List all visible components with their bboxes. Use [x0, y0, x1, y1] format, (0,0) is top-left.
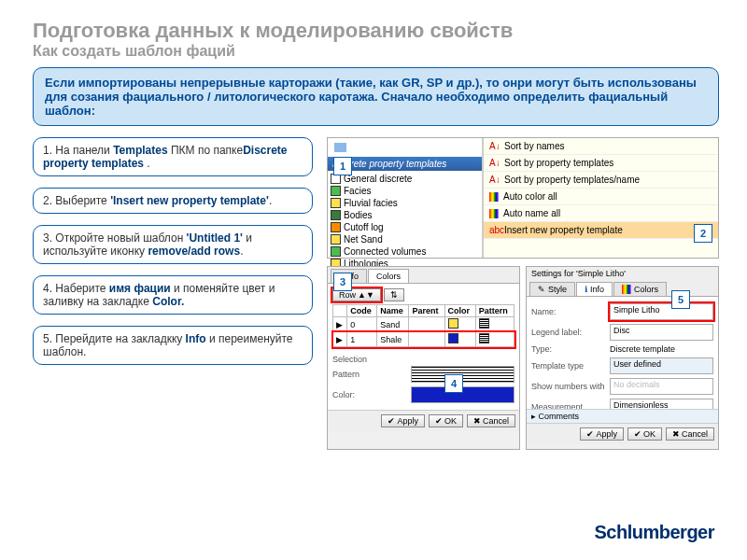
callout-2: 2 [694, 224, 712, 243]
menu-item[interactable]: A↓Sort by names [484, 138, 718, 155]
tree-item[interactable]: Fluvial facies [331, 197, 479, 209]
folder-icon [334, 143, 346, 152]
brand-logo: Schlumberger [595, 522, 714, 543]
callout-3: 3 [333, 273, 352, 291]
step-4: 4. Наберите имя фации и поменяйте цвет и… [33, 275, 313, 315]
rainbow-icon [622, 285, 631, 294]
page-subtitle: Как создать шаблон фаций [33, 43, 719, 60]
ok-button-2[interactable]: ✔ OK [627, 427, 662, 441]
callout-1: 1 [333, 157, 352, 175]
swatch-icon [331, 246, 341, 257]
ok-button[interactable]: ✔ OK [429, 414, 463, 427]
menu-item[interactable]: Auto color all [484, 189, 718, 205]
dialog-title: Settings for 'Simple Litho' [527, 267, 718, 280]
comments-section[interactable]: ▸ Comments [527, 409, 718, 423]
tree-item[interactable]: Connected volumes [331, 245, 479, 258]
apply-button[interactable]: ✔ Apply [381, 414, 425, 427]
menu-item[interactable]: Auto name all [484, 205, 718, 222]
menu-item[interactable]: abcInsert new property template [484, 222, 718, 239]
intro-box: Если импортированы непрерывные карторажи… [33, 67, 719, 126]
table-row[interactable]: ▶1Shale [333, 332, 514, 347]
tree-item[interactable]: General discrete [331, 173, 479, 185]
name-field[interactable]: Simple Litho [610, 303, 713, 320]
tab-colors-2[interactable]: Colors [613, 282, 667, 296]
colors-dialog: 3 4 ℹInfo Colors Row ▲▼ ⇅ CodeNameParent… [327, 266, 520, 450]
cancel-button[interactable]: ✖ Cancel [467, 414, 515, 427]
tab-style[interactable]: ✎ Style [529, 282, 575, 296]
info-dialog: 5 Settings for 'Simple Litho' ✎ Style ℹI… [526, 266, 719, 450]
tab-colors[interactable]: Colors [368, 269, 409, 283]
tree-item[interactable]: Bodies [331, 209, 479, 221]
swatch-icon [331, 186, 341, 196]
cancel-button-2[interactable]: ✖ Cancel [666, 427, 714, 441]
swatch-icon [331, 198, 341, 208]
tab-info-2[interactable]: ℹInfo [576, 282, 613, 296]
template-type-select[interactable]: User defined [610, 357, 713, 374]
callout-4: 4 [444, 374, 463, 393]
tree-item[interactable]: Cutoff log [331, 221, 479, 233]
swatch-icon [331, 234, 341, 245]
step-5: 5. Перейдите на закладкку Info и переиме… [33, 326, 313, 365]
swatch-icon [331, 222, 341, 232]
tree-item[interactable]: Net Sand [331, 233, 479, 245]
step-2: 2. Выберите 'Insert new property templat… [33, 188, 313, 214]
context-menu[interactable]: A↓Sort by namesA↓Sort by property templa… [483, 138, 718, 258]
table-row[interactable]: ▶0Sand [333, 317, 514, 332]
measurement-select[interactable]: Dimensionless [610, 399, 713, 409]
tree-item[interactable]: Facies [331, 185, 479, 197]
templates-panel: Discrete property templates General disc… [327, 137, 719, 259]
apply-button-2[interactable]: ✔ Apply [580, 427, 624, 441]
swap-button[interactable]: ⇅ [384, 288, 404, 301]
selection-label: Selection [332, 355, 514, 364]
menu-item[interactable]: A↓Sort by property templates [484, 155, 718, 172]
facies-table[interactable]: CodeNameParentColorPattern ▶0Sand▶1Shale [332, 304, 514, 347]
menu-item[interactable]: A↓Sort by property templates/name [484, 172, 718, 189]
legend-field[interactable]: Disc [610, 324, 713, 341]
step-1: 1. На панели Templates ПКМ по папкеDiscr… [33, 137, 313, 176]
type-value: Discrete template [610, 344, 675, 354]
page-title: Подготовка данных к моделированию свойст… [33, 19, 719, 43]
step-3: 3. Откройте новый шаблон 'Untitled 1' и … [33, 225, 313, 264]
swatch-icon [331, 210, 341, 220]
callout-5: 5 [671, 290, 690, 309]
